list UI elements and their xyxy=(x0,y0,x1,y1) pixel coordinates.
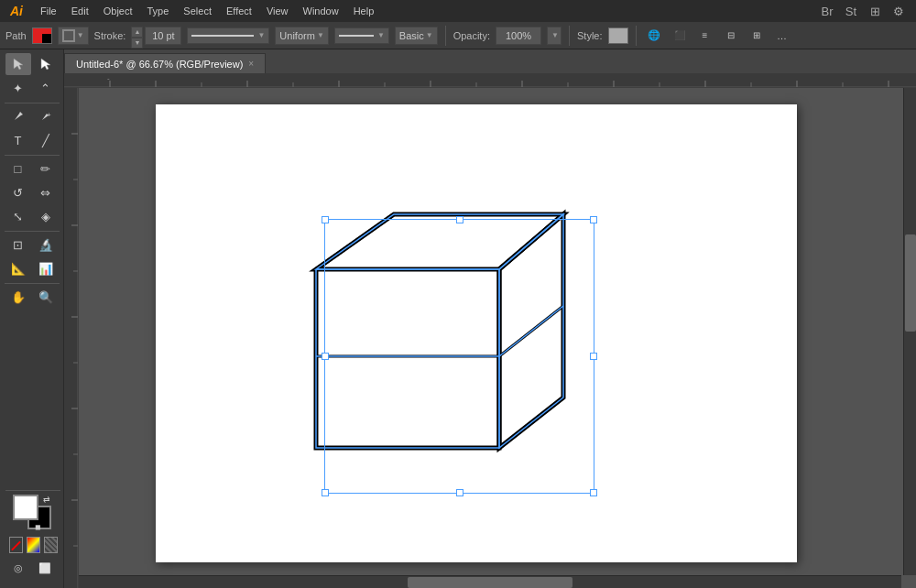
tab-close-button[interactable]: × xyxy=(248,59,254,69)
uniform-label: Uniform xyxy=(279,30,315,41)
app-logo: Ai xyxy=(0,0,33,22)
tool-row-bottom: ◎ ⬜ xyxy=(5,557,58,579)
tool-row-2: ✦ ⌃ xyxy=(2,77,61,99)
stroke-profile-chevron: ▼ xyxy=(257,31,265,39)
horizontal-scrollbar[interactable] xyxy=(79,575,901,588)
hand-tool[interactable]: ✋ xyxy=(5,286,31,308)
reflect-tool[interactable]: ⇔ xyxy=(33,181,59,203)
style-preview[interactable] xyxy=(608,27,628,44)
menu-bar: Ai File Edit Object Type Select Effect V… xyxy=(0,0,916,22)
menu-object[interactable]: Object xyxy=(96,0,140,22)
menu-window[interactable]: Window xyxy=(296,0,346,22)
tab-bar: Untitled-6* @ 66.67% (RGB/Preview) × xyxy=(64,49,916,73)
stroke-line-preview[interactable]: ▼ xyxy=(187,27,269,44)
toolbox: ✦ ⌃ + T ╱ □ ✏ ↺ ⇔ ⤡ ◈ xyxy=(0,49,64,588)
menu-file[interactable]: File xyxy=(33,0,64,22)
separator2 xyxy=(569,26,570,46)
distribute-icon[interactable]: ⊞ xyxy=(747,26,767,46)
measure-tool[interactable]: 📐 xyxy=(5,257,31,279)
menu-select[interactable]: Select xyxy=(176,0,219,22)
default-colors-icon[interactable]: ◼ xyxy=(35,523,41,531)
menu-effect[interactable]: Effect xyxy=(219,0,259,22)
rotate-tool[interactable]: ↺ xyxy=(5,181,31,203)
tool-row-10: ✋ 🔍 xyxy=(2,286,61,308)
rect-tool[interactable]: □ xyxy=(5,158,31,180)
stroke-stepper[interactable]: ▲ ▼ xyxy=(131,27,143,45)
menu-view[interactable]: View xyxy=(259,0,296,22)
stroke-color-swatch[interactable] xyxy=(32,27,52,44)
tool-row-5: □ ✏ xyxy=(2,158,61,180)
h-scroll-thumb[interactable] xyxy=(408,577,572,588)
pen-tool[interactable] xyxy=(5,105,31,127)
svg-text:-: - xyxy=(107,74,110,82)
bridge-icon[interactable]: Br xyxy=(817,1,837,21)
menu-help[interactable]: Help xyxy=(346,0,382,22)
menu-edit[interactable]: Edit xyxy=(64,0,96,22)
magic-wand-tool[interactable]: ✦ xyxy=(5,77,31,99)
svg-line-46 xyxy=(499,306,563,356)
tool-separator-3 xyxy=(5,231,60,232)
gradient-swatch[interactable] xyxy=(27,537,40,553)
view-icon[interactable]: ◎ xyxy=(5,557,31,579)
tool-row-6: ↺ ⇔ xyxy=(2,181,61,203)
stroke-value-input[interactable] xyxy=(145,27,181,45)
tab-title: Untitled-6* @ 66.67% (RGB/Preview) xyxy=(76,59,243,70)
stroke-type-dropdown[interactable]: ▼ xyxy=(58,27,89,45)
swap-colors-icon[interactable]: ⇄ xyxy=(43,495,50,504)
color-swatches: ⇄ ◼ xyxy=(9,495,54,531)
bars-icon[interactable]: 📊 xyxy=(33,257,59,279)
svg-marker-0 xyxy=(14,59,23,70)
blend-tool[interactable]: ◈ xyxy=(33,205,59,227)
menu-type[interactable]: Type xyxy=(140,0,177,22)
align-center-icon[interactable]: ≡ xyxy=(695,26,715,46)
direct-selection-tool[interactable] xyxy=(33,53,59,75)
scale-tool[interactable]: ⤡ xyxy=(5,205,31,227)
chevron-down-icon2: ▼ xyxy=(317,31,324,39)
vertical-scrollbar[interactable] xyxy=(903,88,916,575)
svg-text:+: + xyxy=(47,111,51,119)
tool-row-4: T ╱ xyxy=(2,129,61,151)
basic-style-dropdown[interactable]: Basic ▼ xyxy=(395,27,438,45)
globe-icon[interactable]: 🌐 xyxy=(644,26,664,46)
chevron-down-icon3: ▼ xyxy=(426,31,433,39)
opacity-input[interactable] xyxy=(496,27,541,45)
stepper-up[interactable]: ▲ xyxy=(131,27,143,38)
foreground-color-swatch[interactable] xyxy=(13,495,38,520)
tool-separator-4 xyxy=(5,283,60,284)
tool-separator-5 xyxy=(5,490,60,491)
canvas-area[interactable]: Untitled-6* @ 66.67% (RGB/Preview) × - xyxy=(64,49,916,588)
opacity-chevron: ▼ xyxy=(551,31,559,39)
opacity-more-dropdown[interactable]: ▼ xyxy=(547,27,562,45)
v-scroll-thumb[interactable] xyxy=(905,234,916,332)
workspace-icon[interactable]: ⊞ xyxy=(865,1,885,21)
zoom-tool[interactable]: 🔍 xyxy=(33,286,59,308)
lasso-tool[interactable]: ⌃ xyxy=(33,77,59,99)
gradient-tool[interactable]: ⊡ xyxy=(5,234,31,256)
align-right-icon[interactable]: ⊟ xyxy=(721,26,741,46)
pattern-swatch[interactable] xyxy=(44,537,58,553)
cube-drawing xyxy=(302,201,577,485)
uniform-dropdown[interactable]: Uniform ▼ xyxy=(275,27,328,45)
tool-row-8: ⊡ 🔬 xyxy=(2,234,61,256)
document-tab[interactable]: Untitled-6* @ 66.67% (RGB/Preview) × xyxy=(64,53,266,73)
stroke-input-group: ▲ ▼ xyxy=(131,27,181,45)
arrange-icon[interactable]: ⚙ xyxy=(889,1,909,21)
eyedropper-tool[interactable]: 🔬 xyxy=(33,234,59,256)
stepper-down[interactable]: ▼ xyxy=(131,38,143,49)
add-anchor-tool[interactable]: + xyxy=(33,105,59,127)
line-tool[interactable]: ╱ xyxy=(33,129,59,151)
vertical-ruler xyxy=(64,88,79,588)
pencil-tool[interactable]: ✏ xyxy=(33,158,59,180)
more-icon[interactable]: … xyxy=(772,26,792,46)
selection-tool[interactable] xyxy=(5,53,31,75)
none-swatch[interactable] xyxy=(9,537,23,553)
screen-mode-icon[interactable]: ⬜ xyxy=(33,557,59,579)
line-style-chevron: ▼ xyxy=(377,31,385,39)
chevron-down-icon: ▼ xyxy=(77,31,84,39)
text-tool[interactable]: T xyxy=(5,129,31,151)
menubar-right: Br St ⊞ ⚙ xyxy=(817,1,916,21)
stock-icon[interactable]: St xyxy=(841,1,861,21)
line-style-preview[interactable]: ▼ xyxy=(334,27,389,44)
align-left-icon[interactable]: ⬛ xyxy=(670,26,690,46)
svg-marker-1 xyxy=(41,59,50,70)
